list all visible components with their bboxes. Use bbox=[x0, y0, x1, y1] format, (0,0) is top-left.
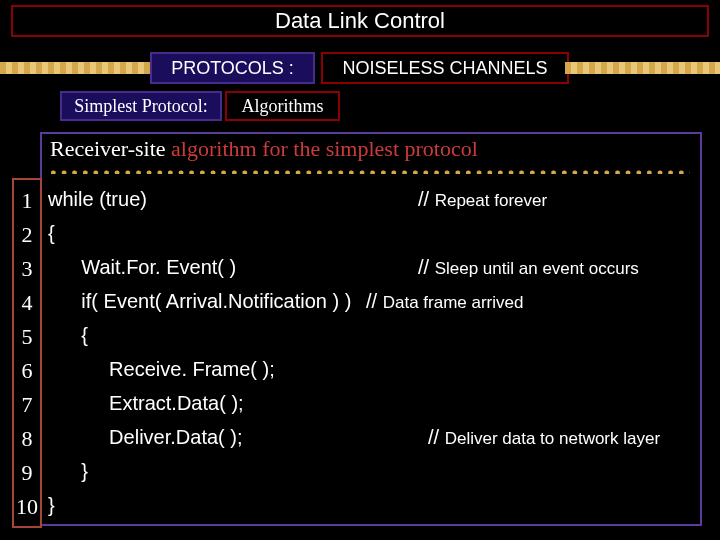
algorithms-label: Algorithms bbox=[241, 96, 323, 117]
comment-text: Repeat forever bbox=[435, 191, 547, 210]
code-line-4: if( Event( Arrival.Notification ) )// Da… bbox=[48, 284, 708, 318]
comment-slash: // bbox=[428, 426, 445, 448]
protocols-row: PROTOCOLS : NOISELESS CHANNELS bbox=[0, 50, 720, 84]
comment-1: // Repeat forever bbox=[418, 182, 547, 218]
comment-text: Sleep until an event occurs bbox=[435, 259, 639, 278]
stripe-right bbox=[565, 62, 720, 74]
stripe-left bbox=[0, 62, 155, 74]
code-line-5: { bbox=[48, 318, 708, 352]
code-area: while (true)// Repeat forever { Wait.For… bbox=[48, 182, 708, 522]
heading: Receiver-site algorithm for the simplest… bbox=[50, 136, 478, 162]
code-text: if( Event( Arrival.Notification ) ) bbox=[48, 290, 351, 312]
dotted-divider: ●●●●●●●●●●●●●●●●●●●●●●●●●●●●●●●●●●●●●●●●… bbox=[50, 166, 690, 174]
protocols-box: PROTOCOLS : bbox=[150, 52, 315, 84]
heading-main: algorithm for the simplest protocol bbox=[171, 136, 478, 161]
line-number: 6 bbox=[14, 354, 40, 388]
code-text: Deliver.Data( ); bbox=[48, 426, 243, 448]
code-text: Wait.For. Event( ) bbox=[48, 256, 236, 278]
simplest-box: Simplest Protocol: bbox=[60, 91, 222, 121]
line-number: 8 bbox=[14, 422, 40, 456]
line-number: 3 bbox=[14, 252, 40, 286]
line-number: 9 bbox=[14, 456, 40, 490]
code-line-8: Deliver.Data( );// Deliver data to netwo… bbox=[48, 420, 708, 454]
comment-slash: // bbox=[418, 256, 435, 278]
comment-slash: // bbox=[366, 290, 383, 312]
comment-4: // Data frame arrived bbox=[366, 284, 523, 320]
code-line-7: Extract.Data( ); bbox=[48, 386, 708, 420]
comment-3: // Sleep until an event occurs bbox=[418, 250, 639, 286]
code-line-10: } bbox=[48, 488, 708, 522]
noiseless-box: NOISELESS CHANNELS bbox=[321, 52, 569, 84]
code-line-9: } bbox=[48, 454, 708, 488]
protocols-label: PROTOCOLS : bbox=[171, 58, 294, 79]
code-line-3: Wait.For. Event( )// Sleep until an even… bbox=[48, 250, 708, 284]
line-number: 5 bbox=[14, 320, 40, 354]
comment-text: Data frame arrived bbox=[383, 293, 524, 312]
comment-8: // Deliver data to network layer bbox=[428, 420, 660, 456]
comment-slash: // bbox=[418, 188, 435, 210]
code-line-1: while (true)// Repeat forever bbox=[48, 182, 708, 216]
noiseless-label: NOISELESS CHANNELS bbox=[342, 58, 547, 79]
simplest-label: Simplest Protocol: bbox=[74, 96, 208, 117]
code-line-6: Receive. Frame( ); bbox=[48, 352, 708, 386]
line-number: 10 bbox=[14, 490, 40, 524]
line-number-box: 1 2 3 4 5 6 7 8 9 10 bbox=[12, 178, 42, 528]
line-number: 1 bbox=[14, 184, 40, 218]
code-line-2: { bbox=[48, 216, 708, 250]
title-text: Data Link Control bbox=[275, 8, 445, 34]
heading-prefix: Receiver-site bbox=[50, 136, 171, 161]
code-text: while (true) bbox=[48, 188, 147, 210]
line-number: 2 bbox=[14, 218, 40, 252]
algorithms-box: Algorithms bbox=[225, 91, 340, 121]
title-box: Data Link Control bbox=[11, 5, 709, 37]
comment-text: Deliver data to network layer bbox=[445, 429, 660, 448]
line-number: 7 bbox=[14, 388, 40, 422]
line-number: 4 bbox=[14, 286, 40, 320]
